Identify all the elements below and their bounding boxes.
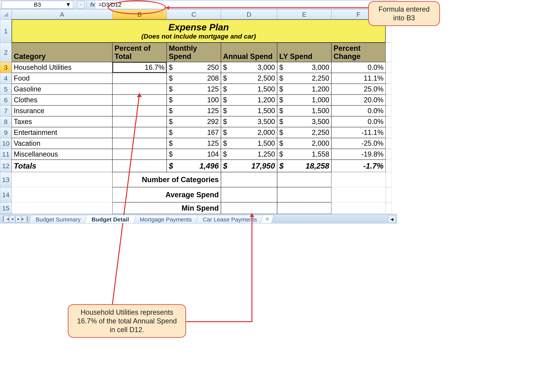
- row-head-5[interactable]: 5: [0, 84, 12, 95]
- row-head-2[interactable]: 2: [0, 43, 12, 62]
- cell-A15[interactable]: [12, 202, 112, 214]
- col-head-B[interactable]: B: [112, 9, 167, 19]
- tab-budget-detail[interactable]: Budget Detail: [84, 215, 136, 223]
- cell-annual-3[interactable]: $3,000: [221, 62, 277, 73]
- cell-F14[interactable]: [332, 187, 386, 202]
- cell-pct-6[interactable]: [112, 95, 167, 105]
- cell-category-8[interactable]: Taxes: [12, 116, 112, 127]
- label-num-categories[interactable]: Number of Categories: [112, 172, 221, 187]
- worksheet-grid[interactable]: A B C D E F 1 Expense Plan (Does not inc…: [0, 9, 397, 214]
- cell-chg-4[interactable]: 11.1%: [332, 73, 386, 84]
- cell-E14[interactable]: [277, 187, 332, 202]
- cell-chg-6[interactable]: 20.0%: [332, 95, 386, 105]
- cell-category-5[interactable]: Gasoline: [12, 84, 112, 95]
- cancel-formula-button[interactable]: ●: [77, 1, 84, 9]
- cell-annual-4[interactable]: $2,500: [221, 73, 277, 84]
- cell-D15[interactable]: [221, 202, 277, 214]
- cell-chg-10[interactable]: -25.0%: [332, 138, 386, 149]
- cell-ly-3[interactable]: $3,000: [277, 62, 332, 73]
- tab-car-lease-payments[interactable]: Car Lease Payments: [196, 215, 264, 223]
- cell-annual-11[interactable]: $1,250: [221, 149, 277, 160]
- row-head-7[interactable]: 7: [0, 105, 12, 116]
- label-min-spend[interactable]: Min Spend: [112, 202, 221, 214]
- tab-mortgage-payments[interactable]: Mortgage Payments: [133, 215, 199, 223]
- cell-monthly-6[interactable]: $100: [167, 95, 221, 105]
- cell-monthly-4[interactable]: $208: [167, 73, 221, 84]
- row-head-3[interactable]: 3: [0, 62, 12, 73]
- cell-monthly-10[interactable]: $125: [167, 138, 221, 149]
- cell-annual-10[interactable]: $1,500: [221, 138, 277, 149]
- cell-pct-4[interactable]: [112, 73, 167, 84]
- col-head-E[interactable]: E: [277, 9, 332, 19]
- hdr-ly[interactable]: LY Spend: [277, 43, 332, 62]
- cell-ly-9[interactable]: $2,250: [277, 127, 332, 138]
- hdr-pct-total[interactable]: Percent of Total: [112, 43, 167, 62]
- cell-monthly-5[interactable]: $125: [167, 84, 221, 95]
- cell-pct-9[interactable]: [112, 127, 167, 138]
- cell-ly-5[interactable]: $1,200: [277, 84, 332, 95]
- cell-category-7[interactable]: Insurance: [12, 105, 112, 116]
- totals-annual[interactable]: $17,950: [221, 160, 277, 172]
- cell-monthly-8[interactable]: $292: [167, 116, 221, 127]
- name-box-dropdown-icon[interactable]: ▼: [65, 2, 71, 8]
- cell-annual-6[interactable]: $1,200: [221, 95, 277, 105]
- cell-monthly-7[interactable]: $125: [167, 105, 221, 116]
- cell-chg-11[interactable]: -19.8%: [332, 149, 386, 160]
- cell-F15[interactable]: [332, 202, 386, 214]
- cell-category-4[interactable]: Food: [12, 73, 112, 84]
- row-head-10[interactable]: 10: [0, 138, 12, 149]
- tab-nav-prev-icon[interactable]: ◂: [9, 215, 15, 222]
- row-head-13[interactable]: 13: [0, 172, 12, 187]
- row-head-1[interactable]: 1: [0, 19, 12, 43]
- cell-annual-8[interactable]: $3,500: [221, 116, 277, 127]
- hdr-monthly[interactable]: Monthly Spend: [167, 43, 221, 62]
- totals-chg[interactable]: -1.7%: [332, 160, 386, 172]
- title-cell[interactable]: Expense Plan (Does not include mortgage …: [12, 19, 386, 43]
- cell-pct-5[interactable]: [112, 84, 167, 95]
- cell-annual-9[interactable]: $2,000: [221, 127, 277, 138]
- cell-ly-8[interactable]: $3,500: [277, 116, 332, 127]
- row-head-15[interactable]: 15: [0, 202, 12, 214]
- tab-nav-last-icon[interactable]: ▸▕: [22, 215, 28, 222]
- cell-D13[interactable]: [221, 172, 277, 187]
- cell-E13[interactable]: [277, 172, 332, 187]
- row-head-6[interactable]: 6: [0, 95, 12, 105]
- cell-monthly-9[interactable]: $167: [167, 127, 221, 138]
- cell-ly-6[interactable]: $1,000: [277, 95, 332, 105]
- label-avg-spend[interactable]: Average Spend: [112, 187, 221, 202]
- totals-pct[interactable]: [112, 160, 167, 172]
- select-all-corner[interactable]: [0, 9, 12, 19]
- cell-A14[interactable]: [12, 187, 112, 202]
- cell-monthly-11[interactable]: $104: [167, 149, 221, 160]
- cell-ly-10[interactable]: $2,000: [277, 138, 332, 149]
- hdr-annual[interactable]: Annual Spend: [221, 43, 277, 62]
- row-head-4[interactable]: 4: [0, 73, 12, 84]
- hdr-category[interactable]: Category: [12, 43, 112, 62]
- cell-E15[interactable]: [277, 202, 332, 214]
- cell-category-10[interactable]: Vacation: [12, 138, 112, 149]
- cell-F13[interactable]: [332, 172, 386, 187]
- cell-chg-8[interactable]: 0.0%: [332, 116, 386, 127]
- tab-budget-summary[interactable]: Budget Summary: [29, 215, 88, 223]
- cell-annual-5[interactable]: $1,500: [221, 84, 277, 95]
- cell-chg-9[interactable]: -11.1%: [332, 127, 386, 138]
- name-box[interactable]: B3 ▼: [2, 1, 73, 9]
- row-head-8[interactable]: 8: [0, 116, 12, 127]
- row-head-9[interactable]: 9: [0, 127, 12, 138]
- cell-pct-10[interactable]: [112, 138, 167, 149]
- cell-category-3[interactable]: Household Utilities: [12, 62, 112, 73]
- hdr-pct-change[interactable]: Percent Change: [332, 43, 386, 62]
- new-sheet-button[interactable]: ✧: [261, 215, 274, 223]
- col-head-A[interactable]: A: [12, 9, 112, 19]
- row-head-12[interactable]: 12: [0, 160, 12, 172]
- col-head-C[interactable]: C: [167, 9, 221, 19]
- totals-ly[interactable]: $18,258: [277, 160, 332, 172]
- row-head-11[interactable]: 11: [0, 149, 12, 160]
- cell-chg-5[interactable]: 25.0%: [332, 84, 386, 95]
- totals-label[interactable]: Totals: [12, 160, 112, 172]
- cell-ly-7[interactable]: $1,500: [277, 105, 332, 116]
- hscroll-left-icon[interactable]: ◂: [388, 215, 396, 223]
- cell-pct-8[interactable]: [112, 116, 167, 127]
- cell-chg-7[interactable]: 0.0%: [332, 105, 386, 116]
- formula-input[interactable]: =D3/D12: [96, 1, 397, 9]
